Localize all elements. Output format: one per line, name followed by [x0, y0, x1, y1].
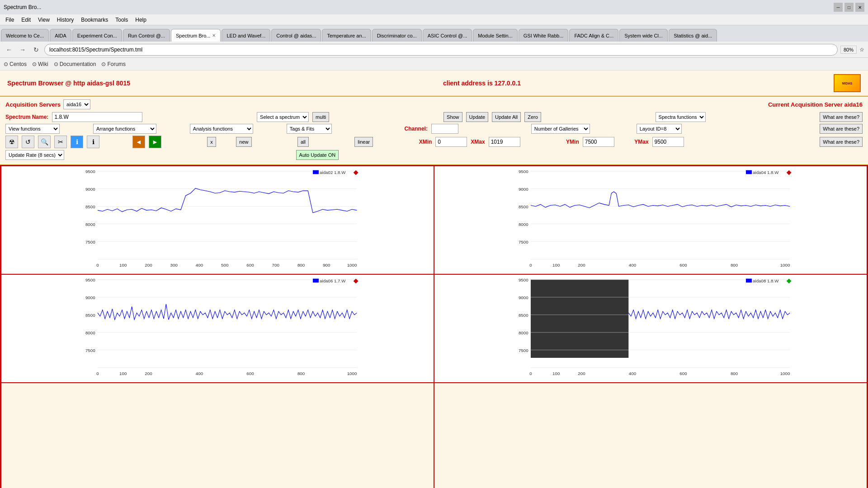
midas-logo: MIDAS — [834, 74, 861, 92]
channel-input[interactable] — [431, 124, 458, 134]
menu-tools[interactable]: Tools — [112, 16, 132, 24]
tab-asic[interactable]: ASIC Control @... — [423, 29, 472, 42]
tab-spectrum-browser[interactable]: Spectrum Bro...✕ — [171, 29, 221, 42]
tab-module[interactable]: Module Settin... — [473, 29, 517, 42]
what-these-button-2[interactable]: What are these? — [820, 124, 863, 134]
svg-text:200: 200 — [145, 263, 152, 267]
update-rate-dropdown[interactable]: Update Rate (8 secs) — [5, 150, 64, 160]
close-tab-icon[interactable]: ✕ — [212, 33, 216, 38]
back-button[interactable]: ← — [4, 44, 14, 55]
address-input[interactable] — [44, 44, 838, 56]
bookmark-centos[interactable]: ⊙ Centos — [4, 61, 27, 67]
svg-text:400: 400 — [629, 263, 637, 267]
xmax-input[interactable] — [489, 137, 520, 147]
tab-welcome[interactable]: Welcome to Ce... — [1, 29, 49, 42]
tab-control[interactable]: Control @ aidas... — [271, 29, 321, 42]
wiki-icon: ⊙ — [32, 61, 37, 67]
chart-aida04[interactable]: 9500 9000 8500 8000 7500 0 100 200 400 6… — [434, 166, 867, 274]
svg-text:aida06 1.7.W: aida06 1.7.W — [320, 278, 346, 283]
update-all-button[interactable]: Update All — [492, 112, 521, 122]
maximize-button[interactable]: □ — [844, 3, 854, 12]
spectra-functions-dropdown[interactable]: Spectra functions — [656, 112, 706, 122]
view-functions-dropdown[interactable]: View functions — [5, 124, 60, 134]
controls-area: Acquisition Servers aida16 Current Acqui… — [0, 97, 868, 165]
menu-help[interactable]: Help — [132, 16, 150, 24]
svg-text:100: 100 — [119, 371, 127, 376]
menu-view[interactable]: View — [34, 16, 53, 24]
bookmark-wiki[interactable]: ⊙ Wiki — [32, 61, 48, 67]
spectrum-name-input[interactable] — [52, 112, 142, 122]
menu-edit[interactable]: Edit — [18, 16, 34, 24]
what-these-button-1[interactable]: What are these? — [820, 112, 863, 122]
tab-system[interactable]: System wide Cl... — [619, 29, 668, 42]
radiation-icon-btn[interactable]: ☢ — [5, 136, 18, 148]
svg-rect-90 — [746, 279, 752, 283]
xmin-input[interactable] — [435, 137, 467, 147]
tab-discriminator[interactable]: Discriminator co... — [372, 29, 422, 42]
cut-icon-btn[interactable]: ✂ — [54, 136, 67, 148]
svg-text:7500: 7500 — [519, 348, 528, 353]
analysis-functions-dropdown[interactable]: Analysis functions — [190, 124, 253, 134]
functions-row: View functions Arrange functions Analysi… — [5, 124, 863, 134]
tab-statistics[interactable]: Statistics @ aid... — [669, 29, 717, 42]
menu-history[interactable]: History — [53, 16, 77, 24]
svg-rect-45 — [746, 170, 752, 174]
tab-fadc[interactable]: FADC Align & C... — [569, 29, 618, 42]
tab-aida[interactable]: AIDA — [50, 29, 71, 42]
svg-text:1000: 1000 — [347, 371, 357, 376]
bookmark-forums[interactable]: ⊙ Forums — [101, 61, 126, 67]
ymin-input[interactable] — [583, 137, 614, 147]
multi-button[interactable]: multi — [312, 112, 329, 122]
info-blue-icon-btn[interactable]: ℹ — [71, 136, 83, 148]
arrow-left-icon-btn[interactable]: ◄ — [132, 136, 145, 148]
svg-text:600: 600 — [679, 263, 687, 267]
update-button[interactable]: Update — [466, 112, 488, 122]
tab-temperature[interactable]: Temperature an... — [322, 29, 371, 42]
svg-text:aida04 1.8.W: aida04 1.8.W — [753, 170, 779, 175]
close-button[interactable]: ✕ — [855, 3, 864, 12]
chart-empty-1 — [1, 383, 434, 488]
minimize-button[interactable]: ─ — [834, 3, 843, 12]
info-icon-btn[interactable]: ℹ — [87, 136, 99, 148]
ymax-input[interactable] — [652, 137, 684, 147]
linear-button[interactable]: linear — [354, 137, 373, 147]
forward-button[interactable]: → — [17, 44, 28, 55]
zero-button[interactable]: Zero — [524, 112, 541, 122]
bookmark-star-icon[interactable]: ☆ — [859, 47, 864, 53]
menu-bookmarks[interactable]: Bookmarks — [77, 16, 112, 24]
tab-run-control[interactable]: Run Control @... — [123, 29, 170, 42]
svg-text:100: 100 — [552, 263, 560, 267]
refresh-icon-btn[interactable]: ↺ — [22, 136, 34, 148]
svg-text:200: 200 — [145, 371, 152, 376]
layout-id-dropdown[interactable]: Layout ID=8 — [637, 124, 682, 134]
auto-update-button[interactable]: Auto Update ON — [296, 150, 339, 160]
arrange-functions-dropdown[interactable]: Arrange functions — [93, 124, 156, 134]
zoom-in-icon-btn[interactable]: 🔍 — [38, 136, 51, 148]
menu-file[interactable]: File — [2, 16, 18, 24]
arrow-right-icon-btn[interactable]: ► — [149, 136, 161, 148]
bookmark-documentation[interactable]: ⊙ Documentation — [54, 61, 96, 67]
chart-aida02[interactable]: 9500 9000 8500 8000 7500 0 100 200 300 4… — [1, 166, 434, 274]
acq-server-select[interactable]: aida16 — [63, 99, 90, 109]
number-of-galleries-dropdown[interactable]: Number of Galleries — [531, 124, 590, 134]
chart-aida08[interactable]: 9500 9000 8500 8000 7500 0 100 200 400 6… — [434, 274, 867, 383]
svg-text:0: 0 — [529, 371, 532, 376]
tab-experiment[interactable]: Experiment Con... — [72, 29, 122, 42]
ymax-label: YMax — [634, 139, 648, 145]
chart-svg-aida02: 9500 9000 8500 8000 7500 0 100 200 300 4… — [1, 166, 434, 274]
chart-aida06[interactable]: 9500 9000 8500 8000 7500 0 100 200 400 6… — [1, 274, 434, 383]
chart-svg-aida08: 9500 9000 8500 8000 7500 0 100 200 400 6… — [434, 275, 867, 382]
what-these-button-3[interactable]: What are these? — [820, 137, 863, 147]
svg-text:100: 100 — [119, 263, 127, 267]
new-button[interactable]: new — [236, 137, 251, 147]
tab-led[interactable]: LED and Wavef... — [222, 29, 270, 42]
refresh-button[interactable]: ↻ — [31, 44, 42, 55]
svg-text:8500: 8500 — [85, 204, 95, 209]
x-button[interactable]: x — [207, 137, 216, 147]
svg-text:600: 600 — [246, 263, 254, 267]
tags-fits-dropdown[interactable]: Tags & Fits — [287, 124, 332, 134]
tab-gsi[interactable]: GSI White Rabb... — [519, 29, 569, 42]
show-button[interactable]: Show — [443, 112, 462, 122]
all-button[interactable]: all — [297, 137, 309, 147]
select-spectrum-dropdown[interactable]: Select a spectrum — [257, 112, 309, 122]
